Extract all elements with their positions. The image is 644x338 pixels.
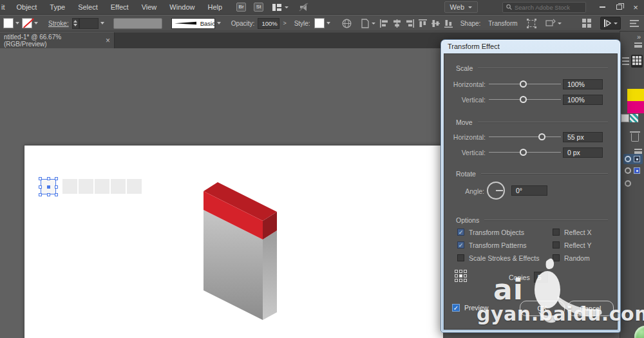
red-box-artwork[interactable] — [193, 177, 283, 325]
symbol-gear-icon[interactable] — [625, 180, 631, 187]
arrange-icon[interactable] — [582, 19, 591, 28]
symbol-circle-icon[interactable] — [625, 167, 631, 174]
copies-field[interactable]: 5 — [534, 272, 548, 283]
menu-help[interactable]: Help — [201, 0, 229, 15]
scale-horizontal-slider[interactable] — [489, 79, 561, 90]
menu-edit-partial[interactable]: it — [0, 0, 10, 15]
menu-type[interactable]: Type — [43, 0, 71, 15]
cancel-button[interactable]: Cancel — [567, 301, 614, 316]
swatches-panel-menu-icon[interactable] — [634, 42, 642, 48]
move-horizontal-slider[interactable] — [489, 131, 561, 143]
stock-button[interactable]: St — [254, 3, 263, 12]
selection-handle[interactable] — [47, 177, 50, 180]
workspace-chevron-icon[interactable] — [285, 6, 289, 8]
document-profile-dropdown[interactable]: Web — [444, 1, 478, 13]
yellow-swatch[interactable] — [627, 89, 644, 101]
menu-effect[interactable]: Effect — [104, 0, 135, 15]
document-setup-icon[interactable] — [361, 19, 375, 28]
symbol-blue-square-icon[interactable] — [634, 167, 640, 174]
align-middle-icon[interactable] — [431, 19, 440, 28]
pattern-swatch-1[interactable] — [621, 114, 629, 122]
stroke-weight-stepper[interactable] — [72, 18, 79, 29]
scale-horizontal-field[interactable]: 100% — [563, 79, 603, 89]
thumbnail-view-icon[interactable] — [631, 55, 643, 68]
move-vertical-slider[interactable] — [489, 147, 561, 158]
align-top-icon[interactable] — [419, 19, 427, 28]
symbol-circle-icon[interactable] — [625, 156, 631, 162]
magenta-swatch[interactable] — [627, 101, 644, 113]
search-input[interactable] — [515, 4, 582, 11]
angle-dial[interactable] — [487, 182, 505, 200]
fill-chevron-icon[interactable] — [15, 22, 19, 24]
stroke-weight-field[interactable] — [79, 18, 99, 29]
stroke-weight-chevron-icon[interactable] — [100, 22, 104, 24]
pattern-swatch-2[interactable] — [630, 114, 638, 122]
fill-color-swatch[interactable] — [3, 18, 14, 28]
symbol-row[interactable] — [623, 165, 643, 176]
document-tab[interactable]: ntitled-1* @ 66.67% (RGB/Preview) × — [0, 32, 115, 48]
menu-window[interactable]: Window — [163, 0, 201, 15]
move-horizontal-field[interactable]: 55 px — [563, 132, 603, 142]
opacity-field[interactable]: 100% — [258, 18, 279, 29]
stroke-link[interactable]: Stroke: — [48, 20, 69, 27]
reflect-y-checkbox[interactable] — [553, 241, 560, 249]
align-bottom-icon[interactable] — [444, 19, 453, 28]
symbol-row[interactable] — [623, 178, 643, 189]
restore-button[interactable] — [611, 1, 627, 13]
minimize-button[interactable] — [594, 1, 611, 13]
preview-checkbox[interactable]: ✓ — [452, 304, 460, 312]
graphic-style-swatch[interactable] — [314, 18, 325, 28]
graphic-style-chevron-icon[interactable] — [327, 22, 330, 24]
collapse-panels-icon[interactable]: » — [637, 33, 641, 41]
scale-strokes-checkbox[interactable] — [457, 254, 464, 261]
copy-square-5[interactable] — [127, 179, 142, 194]
selected-object[interactable] — [41, 179, 56, 194]
symbols-panel-menu-icon[interactable] — [634, 149, 642, 154]
transform-patterns-checkbox[interactable] — [457, 241, 464, 249]
list-view-icon[interactable] — [622, 57, 629, 65]
bounding-box-icon[interactable] — [527, 19, 536, 28]
reflect-x-checkbox[interactable] — [553, 229, 560, 236]
selection-handle[interactable] — [39, 185, 42, 189]
menu-select[interactable]: Select — [71, 0, 104, 15]
stroke-color-swatch[interactable] — [22, 18, 32, 28]
scale-vertical-field[interactable]: 100% — [563, 95, 603, 105]
selection-handle[interactable] — [47, 193, 50, 196]
stroke-style-select[interactable]: Basic — [171, 18, 215, 29]
copy-square-3[interactable] — [95, 179, 109, 194]
trash-icon[interactable] — [631, 133, 639, 142]
selection-handle[interactable] — [39, 177, 42, 180]
ok-button[interactable]: OK — [520, 301, 565, 316]
menu-lines-icon[interactable] — [630, 20, 639, 27]
symbol-row-selected[interactable] — [623, 154, 643, 164]
copy-square-2[interactable] — [79, 179, 93, 194]
transform-objects-checkbox[interactable] — [457, 229, 464, 236]
selection-handle[interactable] — [55, 185, 58, 189]
selection-handle[interactable] — [55, 193, 58, 196]
search-adobe-stock-box[interactable] — [502, 2, 586, 13]
copy-square-4[interactable] — [111, 179, 126, 194]
close-button[interactable]: × — [627, 1, 644, 13]
bridge-button[interactable]: Br — [236, 3, 246, 12]
angle-field[interactable]: 0° — [511, 185, 547, 196]
stroke-style-chevron-icon[interactable] — [217, 22, 221, 24]
isolate-selection-icon[interactable] — [545, 19, 562, 28]
menu-object[interactable]: Object — [10, 0, 44, 15]
document-globe-icon[interactable] — [342, 19, 352, 28]
brush-definition-well[interactable] — [113, 18, 162, 29]
align-left-icon[interactable] — [380, 19, 388, 28]
tab-close-icon[interactable]: × — [106, 36, 110, 45]
panel-options-button[interactable] — [600, 17, 621, 30]
copy-square-1[interactable] — [62, 179, 77, 194]
selection-handle[interactable] — [39, 193, 42, 196]
move-vertical-field[interactable]: 0 px — [563, 147, 603, 158]
scale-vertical-slider[interactable] — [489, 94, 561, 106]
selection-handle[interactable] — [55, 177, 58, 180]
random-checkbox[interactable] — [553, 254, 560, 261]
transform-link[interactable]: Transform — [488, 20, 517, 27]
align-center-icon[interactable] — [393, 19, 401, 28]
align-right-icon[interactable] — [406, 19, 414, 28]
opacity-label[interactable]: Opacity: — [231, 20, 255, 27]
reference-point-locator[interactable] — [455, 270, 467, 282]
dialog-title[interactable]: Transform Effect — [441, 40, 620, 53]
